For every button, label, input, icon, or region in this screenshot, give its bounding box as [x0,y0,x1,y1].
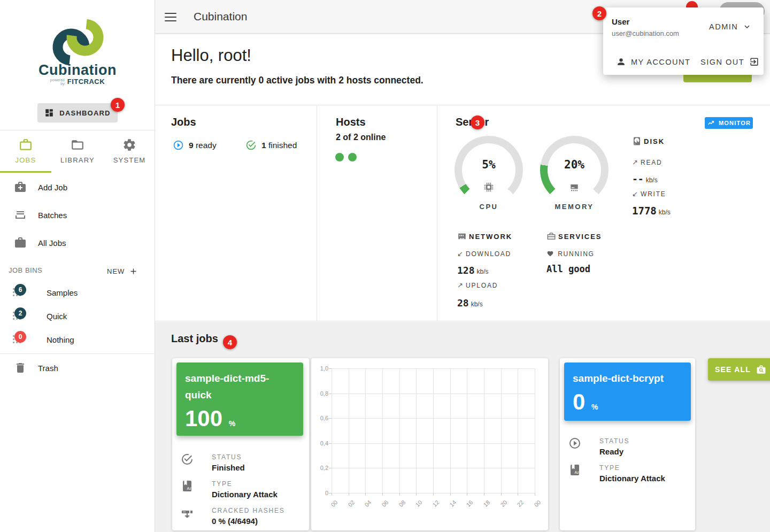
memory-gauge-label: MEMORY [540,203,609,211]
hosts-online-summary: 2 of 2 online [336,133,386,142]
menu-item-trash[interactable]: Trash [0,354,155,382]
summary-cards-row: Jobs 9 ready 1 finished Hosts 2 of 2 onl… [155,105,770,321]
monitor-button[interactable]: MONITOR [705,117,753,129]
annotation-badge-4: 4 [223,335,237,349]
chart-line-icon [707,120,715,127]
my-account-button[interactable]: MY ACCOUNT [616,57,690,67]
new-bin-button[interactable]: NEW [107,265,144,277]
menu-item-batches[interactable]: Batches [0,201,155,229]
briefcase-icon [19,138,33,152]
card-divider [317,106,317,321]
plus-icon [129,267,138,276]
y-axis-tick-label: 0,8 [311,390,328,397]
tab-jobs[interactable]: JOBS [0,138,51,164]
tab-system[interactable]: SYSTEM [104,138,155,164]
trash-icon [14,361,27,374]
disk-read-value: --kb/s [632,173,658,184]
memory-chip-icon [569,182,580,192]
last-jobs-section: Last jobs 4 sample-dict-md5-quick 100 % … [155,322,770,532]
bin-count-badge: 2 [14,307,26,319]
job-progress: 100 % [185,406,295,436]
ethernet-icon [457,232,467,241]
arrow-down-left-icon: ↙ [457,250,466,258]
x-axis-tick-label: 14 [453,499,459,505]
job-bin-nothing[interactable]: 0 Nothing [0,328,155,351]
briefcase-search-icon [756,365,766,375]
job-progress-chart-card: 00,20,40,60,81,0000204060810121416182022… [311,358,548,530]
cpu-gauge-label: CPU [455,203,523,211]
x-axis-tick-label: 22 [520,499,527,505]
network-download-label: ↙DOWNLOAD [457,250,511,258]
host-status-dots [335,153,357,161]
app-screen: Cubination poweredby FITCRACK DASHBOARD … [0,0,770,532]
services-section-header: SERVICES [546,232,602,241]
greeting-heading: Hello, root! [171,46,251,65]
user-email: user@cubination.com [612,29,679,37]
hard-drive-icon [632,136,642,146]
services-status: All good [546,264,590,274]
y-axis-tick-label: 1,0 [311,365,328,372]
fitcrack-brand: FITCRACK [67,78,105,86]
svg-text:Az: Az [187,487,192,490]
jobs-ready-stat: 9 ready [173,140,217,151]
x-axis-tick-label: 06 [385,499,391,505]
dashboard-button[interactable]: DASHBOARD [37,103,118,122]
job-bins-header: JOB BINS NEW [0,265,155,277]
network-download-value: 128kb/s [457,265,489,276]
active-tab-indicator [0,171,51,173]
job-stat-status: STATUSFinished [181,452,245,472]
jobs-card-title: Jobs [171,116,196,128]
hosts-card-title: Hosts [336,116,366,128]
dashboard-grid-icon [44,108,54,118]
y-axis-tick-label: 0,6 [311,415,328,421]
play-circle-icon [173,140,184,151]
disk-write-label: ↙WRITE [632,190,666,198]
job-progress: 0 % [573,390,682,419]
network-upload-value: 28kb/s [457,297,483,309]
annotation-badge-1: 1 [111,98,125,112]
job-stat-status: STATUSReady [568,436,629,456]
job-card-md5-quick: sample-dict-md5-quick 100 % STATUSFinish… [172,358,309,530]
role-select[interactable]: ADMIN [709,22,752,32]
bin-count-badge: 0 [14,331,26,343]
page-title: Cubination [194,10,247,23]
see-all-button[interactable]: SEE ALL [708,358,770,381]
annotation-badge-3: 3 [471,115,484,129]
play-circle-icon [568,437,581,456]
x-axis-tick-label: 12 [436,499,442,505]
job-tile[interactable]: sample-dict-md5-quick 100 % [176,363,303,436]
dictionary-icon: Az [568,464,581,483]
job-progress-chart-plot: 00,20,40,60,81,0000204060810121416182022… [332,368,535,493]
network-section-header: NETWORK [457,232,512,241]
cpu-gauge: 5% [455,136,523,204]
chevron-down-icon [742,22,752,32]
sign-out-icon [749,57,759,67]
x-axis-tick-label: 10 [419,499,425,505]
heart-icon [546,250,555,258]
x-axis-tick-label: 08 [402,499,409,505]
job-bin-samples[interactable]: 6 Samples [0,281,155,304]
user-name: User [612,17,629,26]
menu-item-add-job[interactable]: Add Job [0,173,155,201]
x-axis-tick-label: 18 [487,499,493,505]
job-bins-label: JOB BINS [9,266,42,274]
job-name: sample-dict-md5-quick [185,370,295,403]
menu-item-all-jobs[interactable]: All Jobs [0,229,155,257]
y-axis-tick-label: 0,4 [311,440,328,446]
job-bin-quick[interactable]: 2 Quick [0,304,155,328]
toolbox-icon [546,232,556,241]
tab-library[interactable]: LIBRARY [52,138,103,164]
hamburger-menu-icon[interactable] [165,13,176,21]
bin-count-badge: 6 [14,284,26,296]
check-circle-icon [245,140,257,151]
user-dropdown-menu: User user@cubination.com ADMIN MY ACCOUN… [603,7,764,75]
job-tile[interactable]: sample-dict-bcrypt 0 % [564,363,691,421]
memory-gauge: 20% [540,136,609,204]
check-circle-icon [181,453,194,472]
sign-out-button[interactable]: SIGN OUT [700,57,759,67]
arrow-up-right-icon: ↗ [632,158,641,166]
network-upload-label: ↗UPLOAD [457,281,498,289]
x-axis-tick-label: 20 [504,499,510,505]
x-axis-tick-label: 16 [469,499,476,505]
annotation-badge-2: 2 [592,6,606,20]
